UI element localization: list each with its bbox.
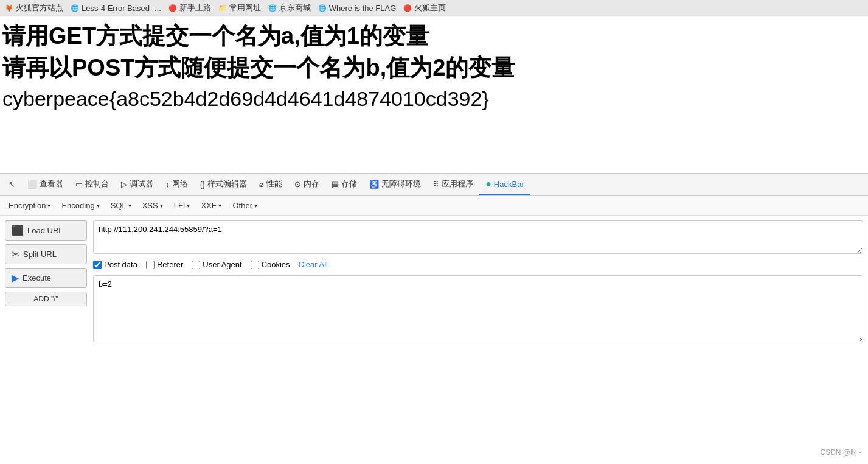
tab-common-sites[interactable]: 📁 常用网址 — [218, 2, 261, 13]
network-icon: ↕ — [165, 180, 170, 189]
menu-xxe[interactable]: XXE ▾ — [196, 199, 226, 212]
tab-application[interactable]: ⠿ 应用程序 — [427, 174, 479, 195]
red-circle-icon-2: 🔴 — [403, 4, 412, 12]
cookies-checkbox-label[interactable]: Cookies — [251, 260, 290, 269]
tab-console[interactable]: ▭ 控制台 — [69, 174, 115, 195]
url-input[interactable] — [93, 220, 863, 254]
load-url-button[interactable]: ⬛ Load URL — [5, 220, 87, 241]
user-agent-checkbox-label[interactable]: User Agent — [192, 260, 241, 269]
clear-all-button[interactable]: Clear All — [299, 260, 328, 269]
devtools-picker[interactable]: ↖ — [2, 175, 21, 195]
encoding-chevron: ▾ — [97, 202, 100, 209]
tab-inspector[interactable]: ⬜ 查看器 — [21, 174, 69, 195]
main-content: 请用GET方式提交一个名为a,值为1的变量 请再以POST方式随便提交一个名为b… — [0, 16, 868, 112]
split-url-icon: ✂ — [12, 248, 19, 260]
encryption-chevron: ▾ — [47, 202, 50, 209]
referer-checkbox[interactable] — [146, 261, 155, 269]
referer-checkbox-label[interactable]: Referer — [146, 260, 183, 269]
tab-accessibility[interactable]: ♿ 无障碍环境 — [363, 174, 427, 195]
devtools-bar: ↖ ⬜ 查看器 ▭ 控制台 ▷ 调试器 ↕ 网络 {} 样式编辑器 ⌀ 性能 ⊙… — [0, 173, 868, 196]
post-data-input[interactable] — [93, 275, 863, 342]
debugger-icon: ▷ — [121, 180, 127, 189]
watermark: CSDN @时~ — [820, 448, 862, 458]
console-icon: ▭ — [75, 180, 83, 189]
xss-chevron: ▾ — [160, 202, 163, 209]
red-circle-icon-1: 🔴 — [168, 4, 177, 12]
fox-icon: 🦊 — [5, 4, 13, 12]
post-data-checkbox-label[interactable]: Post data — [93, 260, 137, 269]
instruction-line-1: 请用GET方式提交一个名为a,值为1的变量 — [2, 23, 866, 51]
user-agent-checkbox[interactable] — [192, 261, 200, 269]
hackbar-menu-bar: Encryption ▾ Encoding ▾ SQL ▾ XSS ▾ LFI … — [0, 196, 868, 216]
post-options: Post data Referer User Agent Cookies Cle… — [93, 258, 863, 272]
style-icon: {} — [200, 180, 206, 189]
hackbar-icon: ● — [485, 178, 491, 189]
memory-icon: ⊙ — [294, 180, 301, 189]
hackbar-body: ⬛ Load URL ✂ Split URL ▶ Execute ADD "/" — [0, 216, 868, 347]
apps-icon: ⠿ — [433, 180, 439, 189]
execute-icon: ▶ — [12, 272, 19, 284]
xxe-chevron: ▾ — [218, 202, 221, 209]
globe-icon-1: 🌐 — [71, 4, 79, 12]
tab-style-editor[interactable]: {} 样式编辑器 — [194, 174, 254, 195]
flag-result: cyberpeace{a8c52b4d2d69d4d4641d4874010cd… — [2, 85, 866, 112]
tab-performance[interactable]: ⌀ 性能 — [253, 174, 288, 195]
post-data-checkbox[interactable] — [93, 261, 102, 269]
tab-network[interactable]: ↕ 网络 — [159, 174, 194, 195]
split-url-button[interactable]: ✂ Split URL — [5, 244, 87, 264]
globe-icon-2: 🌐 — [268, 4, 277, 12]
menu-other[interactable]: Other ▾ — [227, 199, 262, 212]
menu-encryption[interactable]: Encryption ▾ — [4, 199, 55, 212]
instruction-line-2: 请再以POST方式随便提交一个名为b,值为2的变量 — [2, 54, 866, 82]
tab-fox-home[interactable]: 🔴 火狐主页 — [403, 2, 446, 13]
hackbar-actions: ⬛ Load URL ✂ Split URL ▶ Execute ADD "/" — [5, 220, 87, 342]
tab-where-flag[interactable]: 🌐 Where is the FLAG — [318, 4, 397, 13]
hackbar-panel: Encryption ▾ Encoding ▾ SQL ▾ XSS ▾ LFI … — [0, 196, 868, 347]
perf-icon: ⌀ — [259, 180, 264, 189]
tab-fox-official[interactable]: 🦊 火狐官方站点 — [5, 2, 63, 13]
tab-beginner[interactable]: 🔴 新手上路 — [168, 2, 211, 13]
cookies-checkbox[interactable] — [251, 261, 259, 269]
menu-encoding[interactable]: Encoding ▾ — [57, 199, 104, 212]
tab-storage[interactable]: ▤ 存储 — [325, 174, 363, 195]
menu-lfi[interactable]: LFI ▾ — [169, 199, 195, 212]
browser-tab-bar: 🦊 火狐官方站点 🌐 Less-4 Error Based- ... 🔴 新手上… — [0, 0, 868, 16]
hackbar-right: Post data Referer User Agent Cookies Cle… — [93, 220, 863, 342]
inspector-icon: ⬜ — [27, 180, 37, 189]
folder-icon: 📁 — [218, 4, 227, 12]
tab-jd[interactable]: 🌐 京东商城 — [268, 2, 311, 13]
lfi-chevron: ▾ — [187, 202, 190, 209]
add-slash-button[interactable]: ADD "/" — [5, 292, 87, 306]
tab-memory[interactable]: ⊙ 内存 — [288, 174, 325, 195]
tab-less4[interactable]: 🌐 Less-4 Error Based- ... — [71, 4, 161, 13]
execute-button[interactable]: ▶ Execute — [5, 268, 87, 288]
tab-hackbar[interactable]: ● HackBar — [479, 174, 530, 195]
other-chevron: ▾ — [254, 202, 257, 209]
picker-icon: ↖ — [9, 180, 15, 189]
a11y-icon: ♿ — [369, 180, 379, 189]
sql-chevron: ▾ — [128, 202, 131, 209]
globe-icon-3: 🌐 — [318, 4, 327, 12]
load-url-icon: ⬛ — [12, 225, 24, 236]
tab-debugger[interactable]: ▷ 调试器 — [115, 174, 159, 195]
storage-icon: ▤ — [332, 180, 339, 189]
menu-sql[interactable]: SQL ▾ — [106, 199, 136, 212]
menu-xss[interactable]: XSS ▾ — [137, 199, 168, 212]
